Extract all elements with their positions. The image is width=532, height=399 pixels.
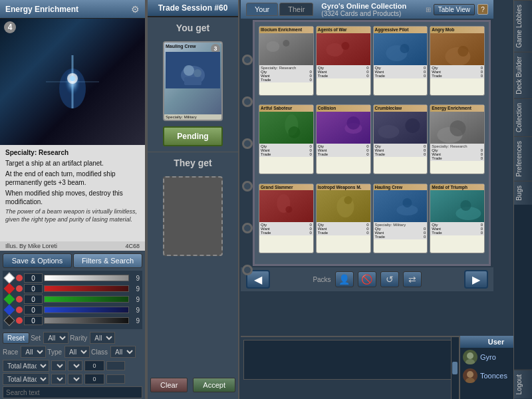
person-icon[interactable]: 👤	[335, 271, 354, 287]
red-filter-circle	[16, 285, 23, 292]
your-tab[interactable]: Your	[246, 3, 278, 16]
color-row-white: 9	[5, 273, 140, 283]
their-tab[interactable]: Their	[279, 3, 313, 16]
black-color-bar	[44, 317, 129, 324]
accept-button[interactable]: Accept	[193, 378, 235, 392]
filters-search-tab[interactable]: Filters & Search	[73, 253, 142, 268]
they-get-label: They get	[148, 152, 238, 171]
set-select[interactable]: All	[43, 332, 68, 344]
grid-card[interactable]: Agents of War Qty0 Want0	[316, 26, 371, 96]
grid-card[interactable]: Aggressive Pilot Qty0 Want0	[373, 26, 428, 96]
grid-card-title: Crumbleclaw	[374, 105, 428, 112]
trade-card-you-get[interactable]: Mauling Crew 3 Specialty: Military	[163, 41, 223, 121]
grid-card[interactable]: Collision Qty0 Want0	[316, 104, 371, 174]
class-select[interactable]: All	[110, 346, 136, 358]
green-filter-input[interactable]	[24, 295, 43, 304]
rarity-select[interactable]: All	[90, 332, 115, 344]
red-color-bar	[44, 285, 129, 292]
grid-card-image	[374, 112, 428, 144]
grid-card[interactable]: Artful Saboteur Qty0 Want0	[259, 104, 314, 174]
type-select[interactable]: All	[65, 346, 90, 358]
trade-card-inner: Mauling Crew 3 Specialty: Military	[164, 43, 221, 120]
reset-button[interactable]: Reset	[3, 332, 29, 344]
toonces-avatar-img	[463, 368, 477, 383]
svg-point-46	[461, 200, 471, 211]
sidebar-tab-game-lobbies[interactable]: Game Lobbies	[514, 0, 532, 52]
search-text-input[interactable]	[3, 386, 142, 398]
table-icon: ⊞	[426, 6, 431, 13]
red-filter-input[interactable]	[24, 284, 43, 293]
trade-card-they-get[interactable]	[163, 176, 223, 256]
trade-action-buttons: Clear Accept	[148, 378, 238, 392]
no-icon[interactable]: 🚫	[358, 271, 376, 287]
op-select-2[interactable]: ▼><=	[51, 374, 66, 384]
blue-color-bar	[44, 307, 129, 313]
grid-card[interactable]: Isotropd Weapons M. Qty0 Want0	[316, 184, 371, 253]
prev-page-button[interactable]: ◀	[246, 270, 270, 289]
total-attack-row-2: Total Attack ▼><= ><=	[3, 373, 142, 385]
attack-bar-1	[106, 361, 125, 370]
grid-card-title: Angry Mob	[430, 27, 484, 33]
grid-card-title: Grand Slammer	[259, 184, 313, 191]
race-select[interactable]: All	[21, 346, 46, 358]
total-attack-select-1[interactable]: Total Attack	[3, 360, 49, 372]
grid-card-title: Aggressive Pilot	[374, 27, 428, 33]
sidebar-tab-deck-builder[interactable]: Deck Builder	[514, 52, 532, 98]
card-set-code: 4C68	[125, 243, 140, 249]
sidebar-tab-bugs[interactable]: Bugs	[514, 181, 532, 205]
chat-box[interactable]	[243, 340, 456, 380]
table-view-button[interactable]: Table View	[434, 4, 475, 15]
grid-card-image	[259, 112, 313, 144]
grid-card[interactable]: Medal of Triumph Qty0 Want0	[430, 184, 485, 253]
next-page-button[interactable]: ▶	[464, 270, 488, 289]
your-their-tabs: Your Their	[246, 3, 313, 16]
grid-card-image	[374, 190, 428, 222]
blue-filter-input[interactable]	[24, 305, 43, 315]
white-filter-input[interactable]	[24, 273, 43, 283]
svg-point-8	[184, 65, 194, 76]
total-attack-select-2[interactable]: Total Attack	[3, 373, 49, 385]
clear-button[interactable]: Clear	[150, 378, 188, 392]
grid-card-stats: Qty0 Want0 Trade0	[317, 144, 370, 157]
grid-card[interactable]: Hauling Crew Specialty: Military Qty0	[373, 184, 428, 253]
card-icon: ⚙	[131, 4, 140, 15]
op-select-1b[interactable]: ><=	[68, 360, 82, 371]
attack-value-1[interactable]	[84, 360, 104, 371]
color-filters: 9 9 9	[3, 271, 142, 329]
card-rule-text-2: At the end of each turn, modified ship p…	[5, 170, 140, 187]
attack-value-2[interactable]	[84, 374, 104, 384]
grid-card-title: Medal of Triumph	[430, 184, 484, 191]
swap-icon[interactable]: ⇄	[403, 271, 422, 287]
save-options-tab[interactable]: Save & Options	[3, 253, 72, 268]
grid-card-stats: Specialty: Military Qty0 Want0 Trade0	[374, 222, 428, 239]
svg-point-48	[467, 352, 473, 359]
black-filter-input[interactable]	[24, 316, 43, 325]
pending-button[interactable]: Pending	[163, 126, 223, 146]
grid-card-stats: Qty0 Want0 Trade0	[374, 144, 428, 157]
color-row-blue: 9	[5, 305, 140, 315]
grid-card[interactable]: Illocium Enrichment Specialty: Research …	[259, 26, 314, 96]
grid-card-stats: Qty0 Want0 Trade0	[259, 144, 313, 157]
card-rule-text-3: When modified ship moves, destroy this m…	[5, 189, 140, 206]
grid-card[interactable]: Angry Mob Qty0 Want0	[430, 26, 485, 96]
help-button[interactable]: ?	[477, 4, 488, 15]
grid-card-title: Artful Saboteur	[259, 105, 313, 112]
trade-panel: Trade Session #60 You get Mauling Crew 3…	[146, 0, 239, 399]
refresh-icon[interactable]: ↺	[380, 271, 399, 287]
card-specialty: Specialty: Research	[5, 149, 140, 156]
sidebar-tab-preferences[interactable]: Preferences	[514, 136, 532, 181]
class-label: Class	[91, 348, 108, 356]
grid-card[interactable]: Grand Slammer Qty0 Want0	[259, 184, 314, 253]
svg-point-40	[344, 196, 352, 204]
sidebar-tab-collection[interactable]: Collection	[514, 98, 532, 136]
card-image-area: 4	[0, 19, 145, 145]
card-image: 4	[0, 19, 145, 145]
blue-filter-max: 9	[130, 307, 140, 314]
scroll-bar[interactable]	[451, 337, 459, 399]
sidebar-tab-logout[interactable]: Logout	[514, 370, 532, 399]
grid-card[interactable]: Crumbleclaw Qty0 Want0	[373, 104, 428, 174]
grid-card[interactable]: Energy Enrichment Specialty: Research Qt…	[430, 104, 485, 174]
op-select-1[interactable]: ▼><=	[51, 360, 66, 371]
op-select-2b[interactable]: ><=	[68, 374, 82, 384]
card-grid: Illocium Enrichment Specialty: Research …	[255, 22, 489, 264]
